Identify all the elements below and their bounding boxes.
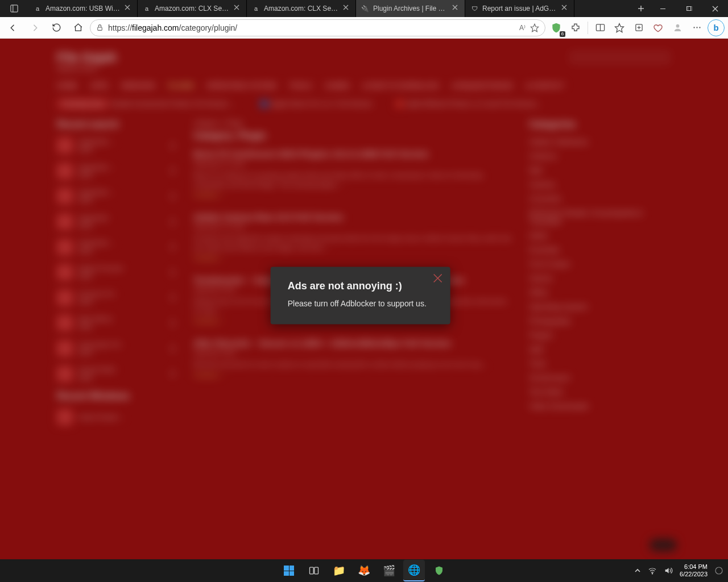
new-tab-button[interactable] [632,0,650,17]
browser-titlebar: a Amazon.com: USB WiFi Ad a Amazon.com: … [0,0,728,17]
notifications-icon[interactable] [714,566,723,575]
bing-chat-icon[interactable]: b [708,19,725,36]
svg-point-37 [715,567,722,574]
maximize-button[interactable] [676,0,702,17]
svg-point-27 [676,24,679,28]
tab-label: Plugin Archives | File Gaja [373,5,449,13]
adguard-badge-count: 6 [560,31,565,37]
svg-marker-36 [665,568,669,573]
svg-point-28 [693,27,694,28]
modal-close-button[interactable] [432,272,444,284]
tab-close-icon[interactable] [561,5,569,13]
svg-rect-34 [315,567,318,574]
tab-label: Report an issue | AdGuard [482,5,558,13]
refresh-button[interactable] [47,19,66,37]
tab-close-icon[interactable] [234,5,242,13]
start-button[interactable] [278,560,300,581]
wifi-icon[interactable] [648,566,657,575]
tab-label: Amazon.com: CLX Set Gam [155,5,230,13]
taskview-icon[interactable] [303,560,325,581]
more-menu-icon[interactable] [688,19,705,36]
browser-tab[interactable]: a Amazon.com: CLX Set Gam [247,0,356,17]
volume-icon[interactable] [664,566,673,575]
adguard-app-icon[interactable] [428,560,450,581]
media-player-icon[interactable]: 🎬 [378,560,400,581]
url-text: https://filegajah.com/category/plugin/ [108,23,515,32]
tab-favicon: a [33,4,42,13]
window-close-button[interactable] [702,0,728,17]
modal-title: Ads are not annoying :) [288,280,433,292]
browser-toolbar: https://filegajah.com/category/plugin/ A… [0,17,728,39]
windows-taskbar: 📁 🦊 🎬 🌐 6:04 PM 6/22/2023 [0,559,728,582]
svg-rect-0 [11,5,18,12]
favorites-icon[interactable] [611,19,628,36]
tray-overflow-icon[interactable] [634,567,641,574]
adguard-extension-icon[interactable]: 6 [548,19,565,36]
collections-icon[interactable] [630,19,647,36]
taskbar-center: 📁 🦊 🎬 🌐 [278,560,450,581]
forward-button [25,19,44,37]
read-aloud-icon[interactable]: A⁾ [519,24,526,32]
back-button[interactable] [3,19,23,37]
svg-point-29 [696,27,697,28]
lock-icon [96,24,104,31]
taskbar-clock[interactable]: 6:04 PM 6/22/2023 [680,563,708,577]
browser-tab[interactable]: 🛡 Report an issue | AdGuard [465,0,574,17]
firefox-icon[interactable]: 🦊 [353,560,375,581]
svg-rect-33 [310,567,314,574]
page-viewport: File Gajah Aplikasi Gratis HOMEAPPSWINDO… [0,39,728,559]
tab-strip: a Amazon.com: USB WiFi Ad a Amazon.com: … [28,0,632,17]
home-button[interactable] [68,19,88,37]
tab-favicon: 🔌 [361,4,370,13]
extensions-icon[interactable] [567,19,584,36]
browser-tab[interactable]: a Amazon.com: USB WiFi Ad [28,0,138,17]
browser-essentials-icon[interactable] [650,19,667,36]
browser-tab[interactable]: a Amazon.com: CLX Set Gam [138,0,247,17]
svg-marker-23 [615,23,624,32]
svg-rect-19 [98,27,102,30]
svg-point-30 [699,27,700,28]
modal-body: Please turn off Adblocker to support us. [288,299,433,308]
tab-close-icon[interactable] [343,5,351,13]
tab-actions-button[interactable] [0,0,28,17]
clock-time: 6:04 PM [680,563,708,571]
window-controls [650,0,728,17]
clock-date: 6/22/2023 [680,571,708,578]
tab-favicon: a [251,4,260,13]
svg-rect-16 [688,6,692,10]
split-screen-icon[interactable] [592,19,609,36]
browser-tab[interactable]: 🔌 Plugin Archives | File Gaja [356,0,465,17]
system-tray: 6:04 PM 6/22/2023 [634,563,723,577]
svg-point-35 [652,573,652,574]
tab-close-icon[interactable] [125,5,133,13]
edge-icon[interactable]: 🌐 [403,560,425,581]
minimize-button[interactable] [650,0,676,17]
tab-favicon: 🛡 [470,4,479,13]
tab-close-icon[interactable] [452,5,460,13]
tab-label: Amazon.com: CLX Set Gam [264,5,340,13]
profile-icon[interactable] [669,19,686,36]
tab-label: Amazon.com: USB WiFi Ad [46,5,121,13]
favorite-icon[interactable] [530,23,539,32]
svg-marker-20 [531,24,538,31]
svg-rect-15 [686,6,690,10]
tab-favicon: a [142,4,151,13]
adblock-modal: Ads are not annoying :) Please turn off … [271,267,450,324]
explorer-icon[interactable]: 📁 [328,560,350,581]
address-bar[interactable]: https://filegajah.com/category/plugin/ A… [90,19,545,36]
